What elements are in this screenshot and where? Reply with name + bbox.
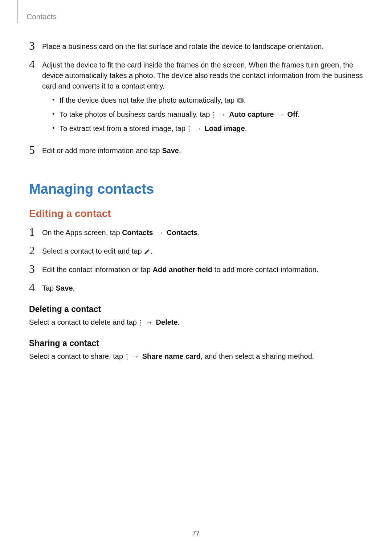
bullet-dot-icon: • (52, 109, 60, 119)
camera-chip-icon (237, 98, 244, 103)
edit-step-3: 3 Edit the contact information or tap Ad… (29, 263, 363, 275)
sharing-pre: Select a contact to share, tap (29, 352, 125, 360)
step-text: Select a contact to edit and tap . (42, 245, 152, 257)
step-5-post: . (179, 147, 181, 155)
sharing-post: , and then select a sharing method. (201, 352, 314, 360)
step-5: 5 Edit or add more information and tap S… (29, 144, 363, 156)
bullet-text-pre: To extract text from a stored image, tap (60, 124, 187, 132)
step-number: 5 (29, 144, 42, 156)
contacts-tab-label: Contacts (167, 229, 198, 237)
bullet-text-pre: To take photos of business cards manuall… (60, 110, 212, 118)
edit-step-2: 2 Select a contact to edit and tap . (29, 245, 363, 257)
edit-step-1: 1 On the Apps screen, tap Contacts → Con… (29, 226, 363, 238)
pencil-edit-icon (144, 249, 150, 255)
bullet-dot-icon: • (52, 95, 60, 105)
step-text: Tap Save. (42, 282, 75, 294)
arrow-icon: → (131, 352, 140, 360)
step-text: On the Apps screen, tap Contacts → Conta… (42, 226, 200, 238)
step-text: Edit or add more information and tap Sav… (42, 144, 181, 156)
subsub-heading-sharing: Sharing a contact (29, 338, 363, 348)
bullet-auto-photo: • If the device does not take the photo … (52, 95, 363, 106)
edit4-pre: Tap (42, 284, 56, 292)
edit3-post: to add more contact information. (212, 266, 318, 274)
arrow-icon: → (217, 110, 227, 118)
deleting-pre: Select a contact to delete and tap (29, 318, 139, 326)
auto-capture-label: Auto capture (229, 110, 274, 118)
load-image-label: Load image (205, 124, 245, 132)
step-4-bullets: • If the device does not take the photo … (42, 95, 363, 134)
save-label: Save (56, 284, 73, 292)
bullet-text-pre: If the device does not take the photo au… (60, 96, 237, 104)
edit3-pre: Edit the contact information or tap (42, 266, 153, 274)
step-number: 4 (29, 282, 42, 293)
arrow-icon: → (193, 124, 203, 132)
save-label: Save (162, 147, 179, 155)
subsection-heading: Editing a contact (29, 208, 363, 219)
bullet-load-image: • To extract text from a stored image, t… (52, 123, 363, 134)
edit2-pre: Select a contact to edit and tap (42, 247, 144, 255)
bullet-text-post: . (298, 110, 300, 118)
subsub-heading-deleting: Deleting a contact (29, 304, 363, 314)
edit2-post: . (150, 247, 152, 255)
step-4: 4 Adjust the device to fit the card insi… (29, 58, 363, 138)
bullet-auto-capture: • To take photos of business cards manua… (52, 109, 363, 120)
deleting-post: . (178, 318, 180, 326)
step-number: 3 (29, 263, 42, 275)
page-body: 3 Place a business card on the flat surf… (0, 0, 392, 378)
step-5-pre: Edit or add more information and tap (42, 147, 162, 155)
edit4-post: . (73, 284, 75, 292)
step-number: 1 (29, 226, 42, 238)
header-section-tab: Contacts (17, 0, 57, 23)
step-text: Place a business card on the flat surfac… (42, 40, 324, 52)
deleting-paragraph: Select a contact to delete and tap → Del… (29, 317, 363, 328)
arrow-icon: → (155, 229, 164, 237)
add-another-field-label: Add another field (153, 266, 212, 274)
edit1-pre: On the Apps screen, tap (42, 229, 122, 237)
step-number: 3 (29, 40, 42, 52)
sharing-paragraph: Select a contact to share, tap → Share n… (29, 351, 363, 362)
bullet-text-post: . (245, 124, 247, 132)
overflow-menu-icon (125, 354, 129, 360)
arrow-icon: → (144, 318, 154, 326)
header-section-label: Contacts (26, 12, 57, 21)
arrow-icon: → (276, 110, 285, 118)
step-text: Edit the contact information or tap Add … (42, 263, 318, 275)
page-number: 77 (0, 530, 392, 537)
share-name-card-label: Share name card (142, 352, 201, 360)
contacts-app-label: Contacts (122, 229, 153, 237)
step-3: 3 Place a business card on the flat surf… (29, 40, 363, 52)
overflow-menu-icon (139, 320, 142, 325)
section-heading: Managing contacts (29, 181, 363, 197)
off-label: Off (287, 110, 298, 118)
step-number: 2 (29, 245, 42, 256)
overflow-menu-icon (212, 112, 216, 118)
bullet-dot-icon: • (52, 123, 60, 133)
overflow-menu-icon (187, 126, 191, 132)
step-text: Adjust the device to fit the card inside… (42, 58, 363, 138)
edit1-post: . (197, 229, 200, 237)
bullet-text-post: . (244, 96, 246, 104)
edit-step-4: 4 Tap Save. (29, 282, 363, 294)
step-number: 4 (29, 58, 42, 70)
delete-label: Delete (156, 318, 178, 326)
step-4-intro: Adjust the device to fit the card inside… (42, 61, 363, 90)
